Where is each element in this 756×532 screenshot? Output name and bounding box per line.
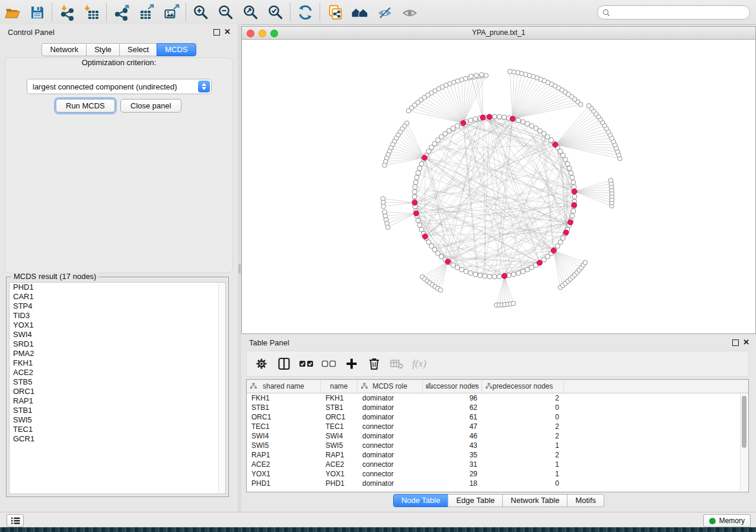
ring-node[interactable] [416,218,420,223]
mcds-result-item[interactable]: YOX1 [9,321,225,330]
ring-node[interactable] [497,274,502,279]
ring-node[interactable] [570,175,575,180]
column-header-MCDS-role[interactable]: MCDS role [358,380,423,393]
close-table-panel-icon[interactable]: ✕ [743,338,749,347]
ring-node[interactable] [570,213,575,218]
column-header-name[interactable]: name [321,380,358,393]
network-window-titlebar[interactable]: YPA_prune.txt_1 [242,27,755,40]
fan-node[interactable] [474,73,479,78]
hub-node[interactable] [445,259,451,264]
apply-layout-icon[interactable] [293,2,318,23]
open-session-icon[interactable] [0,2,25,23]
ring-node[interactable] [502,115,506,120]
mcds-result-item[interactable]: TID3 [9,311,225,321]
scrollbar-thumb[interactable] [742,396,747,448]
fan-node[interactable] [608,178,613,183]
tab-edge-table[interactable]: Edge Table [448,494,503,507]
hub-node[interactable] [502,274,508,279]
settings-icon[interactable] [250,353,273,374]
memory-button[interactable]: Memory [703,514,751,527]
deselect-all-icon[interactable] [318,353,340,374]
ring-node[interactable] [413,180,418,185]
save-session-icon[interactable] [25,2,50,23]
column-header-predecessor-nodes[interactable]: predecessor nodes [482,380,564,393]
ring-node[interactable] [414,175,419,180]
zoom-out-icon[interactable] [213,2,238,23]
hub-node[interactable] [572,189,577,194]
table-row-STB1[interactable]: STB1STB1dominator620 [247,403,748,412]
ring-node[interactable] [417,223,422,227]
fan-node[interactable] [382,163,387,168]
mcds-result-item[interactable]: ACE2 [9,368,225,377]
mcds-result-item[interactable]: SWI5 [9,415,225,425]
float-panel-icon[interactable] [213,29,220,36]
ring-node[interactable] [412,190,417,194]
delete-table-icon[interactable] [385,353,408,374]
ring-node[interactable] [492,274,497,279]
mcds-result-item[interactable]: RAP1 [9,396,225,406]
ring-node[interactable] [417,166,422,171]
mcds-result-item[interactable]: FKH1 [9,358,225,368]
ring-node[interactable] [571,180,576,185]
mcds-result-item[interactable]: STB1 [9,406,225,415]
zoom-in-icon[interactable] [189,2,213,23]
table-row-RAP1[interactable]: RAP1RAP1dominator352 [247,450,748,460]
fan-node[interactable] [480,72,484,77]
ring-node[interactable] [468,271,473,275]
table-scrollbar[interactable] [740,393,748,491]
ring-node[interactable] [478,273,483,278]
hub-node[interactable] [480,115,486,120]
ring-node[interactable] [473,117,478,121]
ring-node[interactable] [468,118,473,123]
mcds-result-item[interactable]: ORC1 [9,387,225,396]
ring-node[interactable] [569,171,573,175]
mcds-result-item[interactable]: STP4 [9,302,225,311]
delete-column-icon[interactable] [363,353,385,374]
show-all-icon[interactable] [397,2,422,23]
table-row-ACE2[interactable]: ACE2ACE2connector311 [247,460,748,469]
tab-select[interactable]: Select [119,43,157,56]
ring-node[interactable] [464,269,468,274]
node-table[interactable]: shared namenameMCDS rolesuccessor nodes▾… [246,379,749,492]
ring-node[interactable] [483,274,487,278]
mcds-list-scrollbar[interactable] [218,283,225,493]
mcds-result-item[interactable]: SWI4 [9,330,225,339]
network-canvas[interactable] [242,40,755,334]
clone-network-icon[interactable] [323,2,347,23]
fan-node[interactable] [583,260,588,265]
table-row-ORC1[interactable]: ORC1ORC1dominator610 [247,412,748,422]
hub-node[interactable] [461,120,466,126]
mcds-result-item[interactable]: CAR1 [9,292,225,302]
ring-node[interactable] [419,227,424,232]
search-field[interactable] [597,5,750,20]
ring-node[interactable] [416,171,420,175]
ring-node[interactable] [516,118,521,123]
tab-style[interactable]: Style [86,43,120,56]
float-table-panel-icon[interactable] [732,339,739,346]
tab-node-table[interactable]: Node Table [393,494,449,507]
table-row-SWI4[interactable]: SWI4SWI4dominator462 [247,431,748,441]
close-panel-icon[interactable]: ✕ [224,27,231,36]
tab-mcds[interactable]: MCDS [157,43,196,56]
table-row-FKH1[interactable]: FKH1FKH1dominator962 [247,393,748,403]
close-panel-button[interactable]: Close panel [120,99,181,113]
table-row-TEC1[interactable]: TEC1TEC1connector472 [247,422,748,431]
fan-node[interactable] [484,73,489,78]
ring-node[interactable] [571,209,576,213]
run-mcds-button[interactable]: Run MCDS [56,99,115,113]
fan-node[interactable] [381,204,386,209]
search-input[interactable] [613,8,745,17]
ring-node[interactable] [492,114,497,119]
optimization-criterion-select[interactable]: largest connected component (undirected) [27,79,212,94]
fan-node[interactable] [586,104,591,108]
hub-node[interactable] [423,234,428,239]
export-table-icon[interactable] [134,2,159,23]
column-header-shared-name[interactable]: shared name [247,380,321,393]
export-network-icon[interactable] [109,2,134,23]
select-all-icon[interactable] [295,353,318,374]
add-column-icon[interactable] [340,353,363,374]
ring-node[interactable] [413,185,417,190]
export-image-icon[interactable] [159,2,184,23]
hub-node[interactable] [414,211,419,216]
ring-node[interactable] [565,162,570,166]
